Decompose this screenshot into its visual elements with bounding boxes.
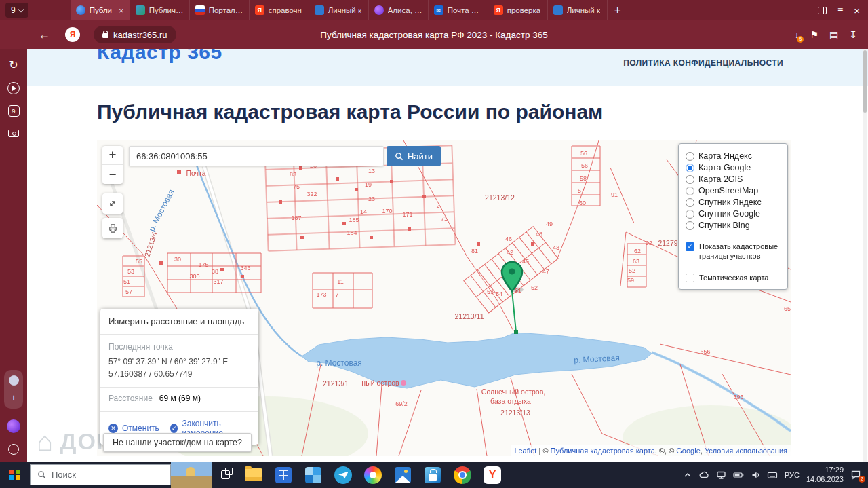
tab-close-icon[interactable]: ×	[119, 5, 124, 16]
radio-icon[interactable]	[686, 221, 694, 230]
tab-counter-button[interactable]: 9	[5, 3, 28, 18]
attribution-link[interactable]: Google	[676, 447, 700, 455]
language-indicator[interactable]: РУС	[785, 471, 800, 479]
windows-logo-icon	[9, 470, 20, 481]
bookmark-icon[interactable]: ⚑	[810, 29, 818, 40]
screenshot-icon[interactable]	[8, 130, 19, 137]
find-button[interactable]: Найти	[387, 146, 441, 166]
page-scrollbar[interactable]	[863, 49, 867, 462]
keyboard-icon[interactable]	[767, 470, 778, 480]
layer-checkbox[interactable]: Тематическая карта	[686, 267, 781, 282]
layer-option[interactable]: Карта 2GIS	[686, 174, 781, 184]
browser-tab[interactable]: Публи×	[71, 0, 130, 20]
taskbar-clock[interactable]: 17:29 14.06.2023	[806, 466, 844, 485]
layer-option[interactable]: OpenStreetMap	[686, 186, 781, 195]
map-label: 91	[611, 191, 618, 198]
side-panel-icon[interactable]	[818, 7, 827, 14]
cadastral-search-input[interactable]	[129, 146, 384, 166]
photos-app-button[interactable]	[388, 462, 418, 488]
browser-tab[interactable]: Личный к	[548, 0, 608, 20]
tabs-panel-icon[interactable]: 9	[8, 105, 20, 117]
attribution-link[interactable]: Условия использования	[705, 447, 787, 455]
distance-value: 69 м (69 м)	[159, 394, 201, 405]
task-view-button[interactable]	[212, 470, 239, 479]
cadastral-map[interactable]: 2683753221319231417017118518418727156565…	[97, 140, 791, 456]
map-label: ный остров	[361, 379, 399, 387]
collections-icon[interactable]: ▤	[829, 29, 838, 40]
layer-option[interactable]: Карта Яндекс	[686, 151, 781, 161]
assistant-ring-icon[interactable]	[8, 444, 19, 455]
radio-icon[interactable]	[686, 198, 694, 207]
checkbox-icon[interactable]	[686, 274, 694, 282]
color-wheel-app-button[interactable]	[358, 462, 388, 488]
browser-tab[interactable]: Портал го	[190, 0, 250, 20]
file-explorer-button[interactable]	[239, 462, 269, 488]
radio-icon[interactable]	[686, 164, 694, 172]
search-icon	[395, 152, 403, 161]
layer-option[interactable]: Спутник Bing	[686, 221, 781, 230]
radio-icon[interactable]	[686, 210, 694, 219]
downloads-button[interactable]: ↓ 5	[794, 29, 799, 40]
tiles-app-button[interactable]	[298, 462, 328, 488]
taskbar-search-placeholder: Поиск	[52, 470, 76, 480]
tray-expand-icon[interactable]	[683, 470, 692, 480]
store-app-button[interactable]	[418, 462, 448, 488]
back-button[interactable]: ←	[38, 28, 50, 42]
browser-menu-icon[interactable]: ≡	[837, 5, 843, 16]
tab-label: Личный к	[567, 6, 600, 14]
alice-assistant-icon[interactable]	[7, 419, 20, 433]
browser-tab[interactable]: Алиса, да	[369, 0, 429, 20]
browser-tab-bar: 9 Публи×ПубличнаПортал гоЯсправочнЛичный…	[0, 0, 868, 20]
radio-icon[interactable]	[686, 187, 694, 195]
privacy-policy-link[interactable]: ПОЛИТИКА КОНФИДЕНЦИАЛЬНОСТИ	[623, 58, 783, 68]
chrome-button[interactable]	[448, 462, 477, 488]
lock-icon	[102, 33, 108, 38]
profile-avatar[interactable]	[9, 375, 19, 386]
attribution-link[interactable]: Публичная кадастровая карта	[551, 447, 655, 455]
notification-center-button[interactable]: 2	[850, 470, 861, 480]
radio-icon[interactable]	[686, 152, 694, 161]
yandex-search-icon[interactable]	[65, 27, 80, 42]
zoom-out-button[interactable]: −	[102, 165, 123, 184]
browser-tab[interactable]: Публична	[130, 0, 190, 20]
battery-icon[interactable]	[733, 470, 744, 480]
telegram-button[interactable]	[328, 462, 358, 488]
print-button[interactable]	[102, 218, 123, 238]
yandex-browser-button[interactable]	[477, 462, 507, 488]
window-close-icon[interactable]: ×	[854, 5, 860, 16]
start-button[interactable]	[0, 462, 30, 488]
save-page-icon[interactable]: ↧	[849, 29, 857, 40]
checkbox-icon[interactable]: ✓	[686, 242, 694, 251]
history-icon[interactable]: ↻	[9, 58, 18, 71]
layer-option[interactable]: Карта Google	[686, 163, 781, 172]
layer-option[interactable]: Спутник Яндекс	[686, 198, 781, 207]
map-label: 56	[581, 162, 588, 169]
map-label: 38	[212, 268, 218, 275]
zoom-in-button[interactable]: +	[102, 146, 123, 165]
map-label: р. Мостовая	[146, 188, 176, 233]
cloud-icon[interactable]	[699, 470, 709, 480]
browser-tab[interactable]: ✉Почта Ма	[429, 0, 488, 20]
radio-icon[interactable]	[686, 175, 694, 184]
taskbar-search[interactable]: Поиск	[30, 464, 171, 485]
attribution-link[interactable]: Leaflet	[514, 447, 536, 455]
fullscreen-button[interactable]	[102, 193, 123, 214]
layer-option-label: Спутник Google	[698, 209, 760, 219]
not-found-button[interactable]: Не нашли участок/дом на карте?	[103, 433, 252, 452]
blue-table-app-button[interactable]	[269, 462, 298, 488]
address-bar[interactable]: kadastr365.ru	[94, 26, 176, 43]
browser-tab[interactable]: Ясправочн	[250, 0, 309, 20]
tab-label: справочн	[269, 6, 302, 14]
layer-option[interactable]: Спутник Google	[686, 209, 781, 219]
volume-icon[interactable]	[751, 470, 760, 480]
site-logo[interactable]: Кадастр 365	[97, 49, 222, 64]
news-widget-thumbnail[interactable]	[171, 462, 212, 488]
network-icon[interactable]	[716, 470, 726, 480]
video-play-icon[interactable]	[7, 82, 20, 94]
new-tab-button[interactable]: +	[614, 3, 621, 17]
browser-tab[interactable]: Япроверка	[488, 0, 548, 20]
layer-checkbox[interactable]: ✓Показать кадастровые границы участков	[686, 236, 781, 261]
scrollbar-thumb[interactable]	[863, 50, 867, 113]
browser-tab[interactable]: Личный к	[309, 0, 369, 20]
add-icon[interactable]: +	[11, 392, 16, 403]
